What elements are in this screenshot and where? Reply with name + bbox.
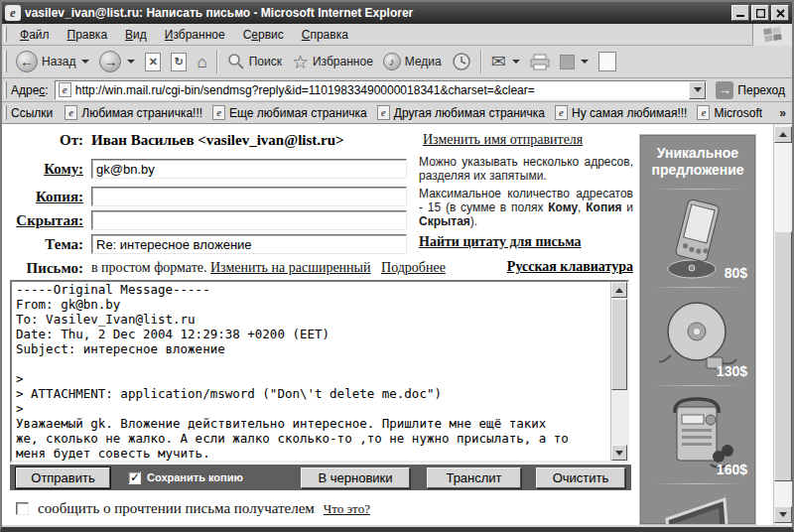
hint-max-recipients: Максимальное количество адресатов - 15 (… — [419, 187, 633, 228]
bcc-label-link[interactable]: Скрытая: — [2, 212, 91, 229]
back-button[interactable]: ← Назад — [11, 49, 94, 74]
navigation-toolbar: ← Назад → ✕ ↻ ⌂ Поиск ☆ Избранное — [2, 46, 792, 78]
product-monitor[interactable] — [640, 486, 755, 525]
home-icon: ⌂ — [197, 54, 206, 70]
arrow-down-icon — [779, 512, 787, 517]
toolbar-separator — [216, 50, 218, 73]
stop-button[interactable]: ✕ — [140, 51, 166, 73]
read-receipt-checkbox[interactable] — [16, 502, 29, 515]
discuss-button[interactable] — [594, 50, 621, 73]
refresh-button[interactable]: ↻ — [166, 51, 192, 73]
edit-dropdown-icon[interactable] — [581, 60, 589, 64]
save-copy-checkbox[interactable] — [128, 471, 141, 484]
forward-button[interactable]: → — [94, 49, 140, 74]
menu-view[interactable]: Вид — [116, 25, 156, 45]
change-format-link[interactable]: Изменить на расширенный — [210, 260, 371, 275]
clear-button[interactable]: Очистить — [536, 467, 625, 488]
menu-tools[interactable]: Сервис — [234, 25, 293, 45]
toolbar-grip[interactable] — [4, 81, 7, 97]
what-is-it-link[interactable]: Что это? — [324, 501, 370, 517]
menu-file[interactable]: Файл — [11, 25, 59, 45]
links-overflow-chevron[interactable]: » — [773, 106, 792, 120]
page-scrollbar[interactable] — [773, 124, 792, 525]
toolbar-grip[interactable] — [4, 51, 7, 72]
drafts-button[interactable]: В черновики — [301, 467, 410, 488]
toolbar-grip[interactable] — [4, 105, 7, 120]
address-url[interactable]: http://win.mail.ru/cgi-bin/sendmsg?reply… — [75, 83, 690, 97]
page-scroll-down-button[interactable] — [774, 506, 792, 523]
home-button[interactable]: ⌂ — [192, 52, 211, 72]
mail-dropdown-icon[interactable] — [512, 60, 520, 64]
address-input[interactable]: e http://win.mail.ru/cgi-bin/sendmsg?rep… — [55, 80, 708, 100]
message-textarea[interactable]: -----Original Message----- From: gk@bn.b… — [10, 280, 629, 463]
subject-input[interactable] — [91, 234, 407, 254]
minimize-button[interactable] — [731, 5, 749, 21]
details-link[interactable]: Подробнее — [381, 260, 446, 275]
scrollbar-thumb[interactable] — [611, 299, 627, 390]
history-button[interactable] — [447, 50, 476, 73]
cc-label-link[interactable]: Копия: — [2, 189, 91, 205]
page-scroll-up-button[interactable] — [774, 126, 792, 143]
links-bar: Ссылки e Любимая страничка!!! e Еще люби… — [2, 102, 792, 124]
close-button[interactable] — [771, 5, 789, 21]
translit-button[interactable]: Транслит — [427, 467, 521, 488]
read-receipt-row: сообщить о прочтении письма получателем … — [16, 500, 637, 517]
to-input[interactable] — [91, 159, 407, 179]
page-scrollbar-thumb[interactable] — [774, 231, 792, 481]
page-content: От: Иван Васильев <vasilev_ivan@list.ru>… — [2, 124, 792, 525]
forward-dropdown-icon[interactable] — [127, 60, 135, 64]
from-value: Иван Васильев <vasilev_ivan@list.ru> — [91, 132, 411, 149]
link-item[interactable]: e Еще любимая страничка — [212, 105, 367, 120]
edit-button[interactable] — [555, 53, 594, 71]
window-title: vasilev_ivan@list.ru: Написать письмо - … — [25, 6, 729, 20]
address-dropdown-button[interactable] — [689, 81, 706, 99]
back-dropdown-icon[interactable] — [81, 60, 89, 64]
menu-help[interactable]: Справка — [293, 25, 357, 45]
browser-window: e vasilev_ivan@list.ru: Написать письмо … — [0, 0, 794, 532]
mail-button[interactable]: ✉ — [486, 51, 525, 72]
address-bar: Адрес: e http://win.mail.ru/cgi-bin/send… — [2, 78, 792, 102]
refresh-icon: ↻ — [171, 53, 187, 71]
scroll-up-button[interactable] — [611, 282, 627, 298]
cc-input[interactable] — [91, 187, 407, 206]
media-button[interactable]: ♪ Медиа — [378, 51, 447, 72]
send-button[interactable]: Отправить — [16, 467, 110, 488]
search-button[interactable]: Поиск — [222, 51, 287, 72]
link-item[interactable]: e Ну самая любимая!!! — [555, 105, 687, 120]
favorites-button[interactable]: ☆ Избранное — [287, 51, 378, 73]
link-item[interactable]: e Любимая страничка!!! — [65, 105, 202, 120]
ie-page-icon: e — [59, 82, 71, 97]
message-text[interactable]: -----Original Message----- From: gk@bn.b… — [12, 282, 612, 463]
ie-page-icon: e — [555, 105, 568, 120]
ad-banner[interactable]: Уникальное предложение 80$ — [639, 134, 756, 525]
toolbar-grip[interactable] — [4, 27, 7, 42]
bcc-input[interactable] — [91, 210, 407, 230]
product-cd-player[interactable]: 130$ — [640, 290, 755, 383]
pda-image — [662, 198, 733, 279]
banner-divider — [648, 385, 747, 386]
link-item[interactable]: e Другая любимая страничка — [377, 105, 545, 120]
change-sender-link[interactable]: Изменить имя отправителя — [423, 132, 583, 147]
go-button[interactable]: → Переход — [712, 80, 789, 100]
message-scrollbar[interactable] — [610, 282, 627, 461]
russian-keyboard-link[interactable]: Русская клавиатура — [507, 259, 633, 275]
banner-divider — [648, 483, 747, 484]
link-item-label: Другая любимая страничка — [394, 106, 545, 120]
menu-edit[interactable]: Правка — [59, 25, 117, 45]
go-label: Переход — [737, 83, 785, 97]
to-label-link[interactable]: Кому: — [2, 161, 91, 178]
search-label: Поиск — [249, 55, 282, 68]
monitor-image — [653, 491, 742, 525]
menu-favorites[interactable]: Избранное — [156, 25, 234, 45]
print-button[interactable] — [525, 52, 555, 72]
arrow-up-icon — [615, 288, 623, 293]
hint-multiple-addresses: Можно указывать несколько адресов, разде… — [419, 155, 633, 183]
product-audio-player[interactable]: 160$ — [640, 388, 755, 481]
back-label: Назад — [42, 55, 75, 68]
product-pda[interactable]: 80$ — [640, 192, 755, 285]
windows-logo — [752, 24, 792, 46]
maximize-button[interactable] — [751, 5, 769, 21]
link-item-microsoft[interactable]: e Microsoft — [697, 105, 762, 120]
scroll-down-button[interactable] — [611, 445, 627, 461]
find-quote-link[interactable]: Найти цитату для письма — [419, 234, 582, 249]
